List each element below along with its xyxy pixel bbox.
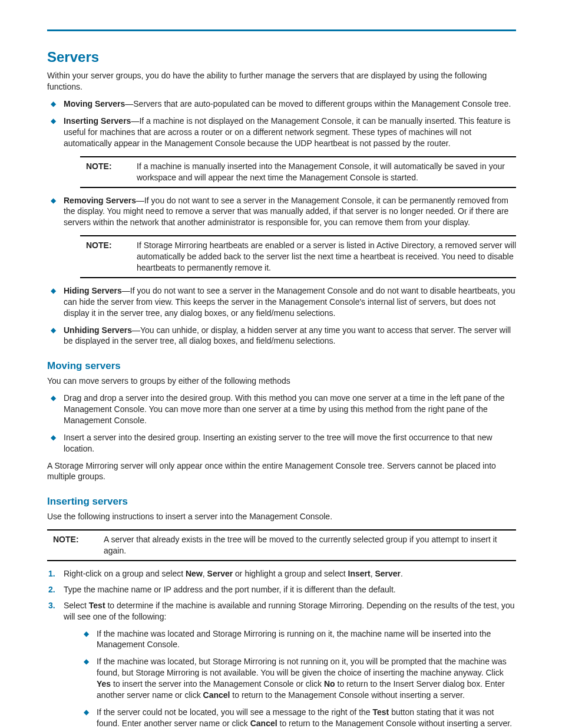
note-text: A server that already exists in the tree… xyxy=(100,534,516,556)
list-item: Unhiding Servers—You can unhide, or disp… xyxy=(47,325,516,347)
text: to insert the server into the Management… xyxy=(111,679,324,689)
list-item: Removing Servers—If you do not want to s… xyxy=(47,195,516,278)
lead-moving: Moving Servers xyxy=(64,99,125,108)
note-box: NOTE: If Storage Mirroring heartbeats ar… xyxy=(80,235,516,278)
list-item: Hiding Servers—If you do not want to see… xyxy=(47,285,516,319)
kw-server: Server xyxy=(207,569,233,578)
note-text: If a machine is manually inserted into t… xyxy=(133,161,516,183)
list-item: If the machine was located and Storage M… xyxy=(80,628,516,651)
step-1: Right-click on a group and select New, S… xyxy=(47,568,516,579)
text: If the server could not be located, you … xyxy=(97,707,373,717)
list-item: Insert a server into the desired group. … xyxy=(47,432,516,454)
text: to return to the Management Console with… xyxy=(277,719,512,728)
moving-outro: A Storage Mirroring server will only app… xyxy=(47,460,516,483)
note-label: NOTE: xyxy=(84,240,133,251)
kw-test-2: Test xyxy=(373,707,389,717)
kw-test: Test xyxy=(89,601,105,610)
inserting-servers-heading: Inserting servers xyxy=(47,495,516,509)
kw-insert: Insert xyxy=(348,569,371,578)
note-text: If Storage Mirroring heartbeats are enab… xyxy=(133,240,516,274)
lead-removing: Removing Servers xyxy=(64,196,136,205)
text: If the machine was located, but Storage … xyxy=(97,657,507,677)
list-item: Inserting Servers—If a machine is not di… xyxy=(47,116,516,187)
text: —If you do not want to see a server in t… xyxy=(64,286,515,318)
lead-hiding: Hiding Servers xyxy=(64,286,122,295)
lead-inserting: Inserting Servers xyxy=(64,116,131,126)
list-item: If the machine was located, but Storage … xyxy=(80,656,516,701)
text: —Servers that are auto-populated can be … xyxy=(125,99,511,108)
text: —If a machine is not displayed on the Ma… xyxy=(64,116,511,148)
kw-cancel: Cancel xyxy=(203,690,230,700)
lead-unhiding: Unhiding Servers xyxy=(64,325,132,335)
text: to determine if the machine is available… xyxy=(64,601,515,621)
kw-new: New xyxy=(186,569,203,578)
page-title: Servers xyxy=(47,48,516,67)
text: or highlight a group and select xyxy=(233,569,348,578)
text: Right-click on a group and select xyxy=(64,569,186,578)
intro-paragraph: Within your server groups, you do have t… xyxy=(47,70,516,93)
text: , xyxy=(203,569,207,578)
text: . xyxy=(401,569,403,578)
note-box: NOTE: A server that already exists in th… xyxy=(47,529,516,561)
list-item: If the server could not be located, you … xyxy=(80,707,516,728)
kw-no: No xyxy=(324,679,335,689)
text: Select xyxy=(64,601,89,610)
kw-server-2: Server xyxy=(375,569,401,578)
text: to return to the Management Console with… xyxy=(230,690,464,700)
test-results-list: If the machine was located and Storage M… xyxy=(80,628,516,728)
kw-yes: Yes xyxy=(97,679,111,689)
note-box: NOTE: If a machine is manually inserted … xyxy=(80,156,516,188)
step-2: Type the machine name or IP address and … xyxy=(47,584,516,595)
functions-list: Moving Servers—Servers that are auto-pop… xyxy=(47,98,516,347)
page: Servers Within your server groups, you d… xyxy=(0,0,562,728)
inserting-steps: Right-click on a group and select New, S… xyxy=(47,568,516,728)
top-rule xyxy=(47,29,516,31)
list-item: Moving Servers—Servers that are auto-pop… xyxy=(47,98,516,110)
step-3: Select Test to determine if the machine … xyxy=(47,600,516,728)
list-item: Drag and drop a server into the desired … xyxy=(47,393,516,426)
moving-servers-heading: Moving servers xyxy=(47,360,516,373)
kw-cancel-2: Cancel xyxy=(250,719,277,728)
note-label: NOTE: xyxy=(51,534,100,545)
note-label: NOTE: xyxy=(84,161,133,172)
moving-methods-list: Drag and drop a server into the desired … xyxy=(47,393,516,454)
inserting-intro: Use the following instructions to insert… xyxy=(47,511,516,522)
moving-intro: You can move servers to groups by either… xyxy=(47,375,516,387)
